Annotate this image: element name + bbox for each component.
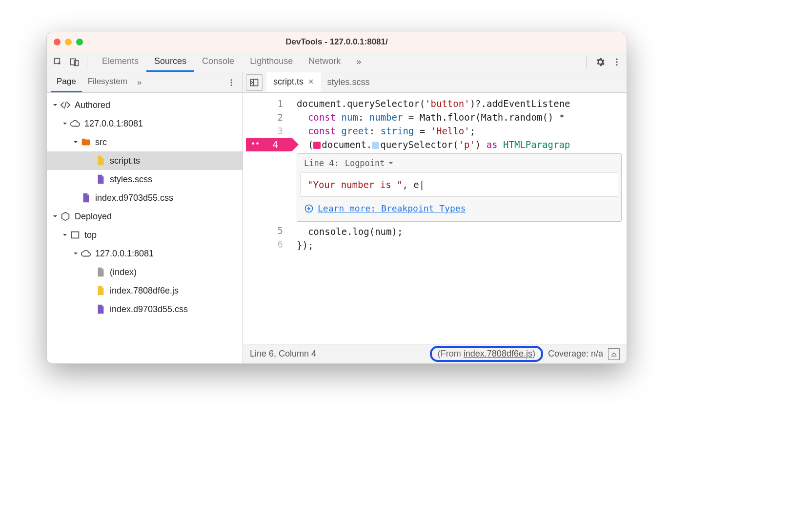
tree-item-icon <box>95 267 106 277</box>
logpoint-type-label: Logpoint <box>345 156 385 170</box>
line-number[interactable]: 3 <box>243 124 292 138</box>
line-number[interactable]: 2 <box>243 110 292 124</box>
top-tab-console[interactable]: Console <box>194 52 242 72</box>
svg-point-6 <box>231 79 232 81</box>
more-tabs-chevron-icon[interactable]: » <box>352 57 365 67</box>
tree-item-label: Deployed <box>75 211 112 222</box>
sidebar-tab-page[interactable]: Page <box>51 72 82 92</box>
devtools-window: DevTools - 127.0.0.1:8081/ ElementsSourc… <box>46 32 627 364</box>
line-number[interactable]: 6 <box>243 237 292 251</box>
tree-item-label: (index) <box>110 267 137 277</box>
code-body[interactable]: document.querySelector('button')?.addEve… <box>292 93 627 344</box>
tree-file-css[interactable]: index.d9703d55.css <box>47 189 243 207</box>
tree-item-icon <box>60 100 71 110</box>
tree-item-icon <box>95 174 106 185</box>
code-editor[interactable]: 123456 document.querySelector('button')?… <box>243 93 627 344</box>
tree-item-icon <box>95 155 106 166</box>
caret-down-icon[interactable] <box>52 102 59 108</box>
editor-tab-label: styles.scss <box>327 77 370 87</box>
code-line[interactable]: (document.querySelector('p') as HTMLPara… <box>292 138 627 151</box>
tree-item-icon <box>95 304 106 315</box>
inspect-icon[interactable] <box>50 54 66 70</box>
tree-item-icon <box>60 211 71 222</box>
title-bar: DevTools - 127.0.0.1:8081/ <box>47 32 627 52</box>
sourcemap-origin[interactable]: (From index.7808df6e.js) <box>430 346 543 362</box>
code-line[interactable]: const num: number = Math.floor(Math.rand… <box>292 110 627 124</box>
sidebar-tabbar: PageFilesystem » <box>47 72 243 93</box>
tree-top[interactable]: top <box>47 226 243 244</box>
editor-tab-script-ts[interactable]: script.ts× <box>266 72 321 92</box>
arrow-circle-right-icon <box>304 204 314 213</box>
tree-host-deployed[interactable]: 127.0.0.1:8081 <box>47 244 243 263</box>
tree-item-label: top <box>84 230 97 240</box>
line-number[interactable]: 4 <box>246 138 292 151</box>
code-line[interactable]: console.log(num); <box>292 225 627 238</box>
tree-item-icon <box>70 118 81 129</box>
window-title: DevTools - 127.0.0.1:8081/ <box>47 37 627 47</box>
top-tab-lighthouse[interactable]: Lighthouse <box>242 52 301 72</box>
file-tree[interactable]: Authored 127.0.0.1:8081 src script.ts st… <box>47 93 243 363</box>
chevron-down-icon <box>388 160 394 166</box>
main-split: PageFilesystem » Authored 127.0.0.1:8081… <box>47 72 627 363</box>
sidebar-kebab-icon[interactable] <box>224 78 239 87</box>
tree-item-label: 127.0.0.1:8081 <box>95 249 154 259</box>
svg-point-8 <box>231 84 232 85</box>
line-gutter[interactable]: 123456 <box>243 93 292 344</box>
gear-icon[interactable] <box>593 55 607 69</box>
separator <box>586 56 587 68</box>
footer-expand-icon[interactable] <box>608 348 620 360</box>
tree-item-label: 127.0.0.1:8081 <box>84 119 143 129</box>
tree-item-icon <box>81 192 91 203</box>
caret-down-icon[interactable] <box>72 250 79 257</box>
learn-more-link[interactable]: Learn more: Breakpoint Types <box>318 202 466 215</box>
tree-folder-src[interactable]: src <box>47 133 243 151</box>
svg-point-3 <box>616 58 617 60</box>
editor-tabbar: script.ts×styles.scss <box>243 72 627 93</box>
tree-item-label: src <box>95 137 107 148</box>
tree-authored[interactable]: Authored <box>47 96 243 114</box>
navigator-toggle-icon[interactable] <box>246 74 263 91</box>
editor-tab-styles-scss[interactable]: styles.scss <box>321 72 377 92</box>
code-line[interactable]: }); <box>292 238 627 252</box>
tree-item-label: Authored <box>75 100 110 110</box>
tree-item-label: index.d9703d55.css <box>95 193 173 203</box>
logpoint-type-dropdown[interactable]: Logpoint <box>345 156 394 170</box>
close-tab-icon[interactable]: × <box>308 77 314 87</box>
caret-down-icon[interactable] <box>52 213 59 220</box>
tree-file-index[interactable]: (index) <box>47 263 243 281</box>
tree-file-script[interactable]: script.ts <box>47 151 243 170</box>
tree-deployed[interactable]: Deployed <box>47 207 243 226</box>
caret-down-icon[interactable] <box>61 120 68 127</box>
line-number[interactable]: 1 <box>243 97 292 110</box>
top-tab-network[interactable]: Network <box>301 52 348 72</box>
caret-down-icon[interactable] <box>61 232 68 238</box>
cursor-position: Line 6, Column 4 <box>250 349 316 359</box>
tree-item-label: script.ts <box>110 156 140 166</box>
tree-file-js[interactable]: index.7808df6e.js <box>47 281 243 300</box>
caret-down-icon[interactable] <box>72 139 79 146</box>
tree-host[interactable]: 127.0.0.1:8081 <box>47 114 243 133</box>
svg-point-4 <box>616 61 617 63</box>
sidebar-tab-filesystem[interactable]: Filesystem <box>82 72 133 92</box>
svg-rect-10 <box>251 79 258 85</box>
sourcemap-origin-link[interactable]: index.7808df6e.js <box>464 349 532 358</box>
top-tab-sources[interactable]: Sources <box>146 52 194 72</box>
code-line[interactable]: document.querySelector('button')?.addEve… <box>292 97 627 110</box>
tree-file-css2[interactable]: index.d9703d55.css <box>47 300 243 318</box>
coverage-label: Coverage: n/a <box>548 349 603 359</box>
logpoint-input[interactable]: "Your number is ", e| <box>300 172 618 197</box>
device-icon[interactable] <box>66 54 83 70</box>
code-line[interactable]: const greet: string = 'Hello'; <box>292 124 627 138</box>
kebab-icon[interactable] <box>610 55 624 69</box>
status-bar: Line 6, Column 4 (From index.7808df6e.js… <box>243 344 627 363</box>
svg-rect-9 <box>72 232 79 238</box>
top-tab-elements[interactable]: Elements <box>94 52 146 72</box>
svg-point-5 <box>616 64 617 65</box>
line-number[interactable]: 5 <box>243 224 292 237</box>
top-tabbar: ElementsSourcesConsoleLighthouseNetwork … <box>47 52 627 72</box>
svg-point-7 <box>231 82 232 83</box>
editor-tab-label: script.ts <box>273 77 304 87</box>
tree-item-icon <box>81 248 91 259</box>
sidebar-more-chevron-icon[interactable]: » <box>133 78 145 87</box>
tree-file-styles[interactable]: styles.scss <box>47 170 243 189</box>
